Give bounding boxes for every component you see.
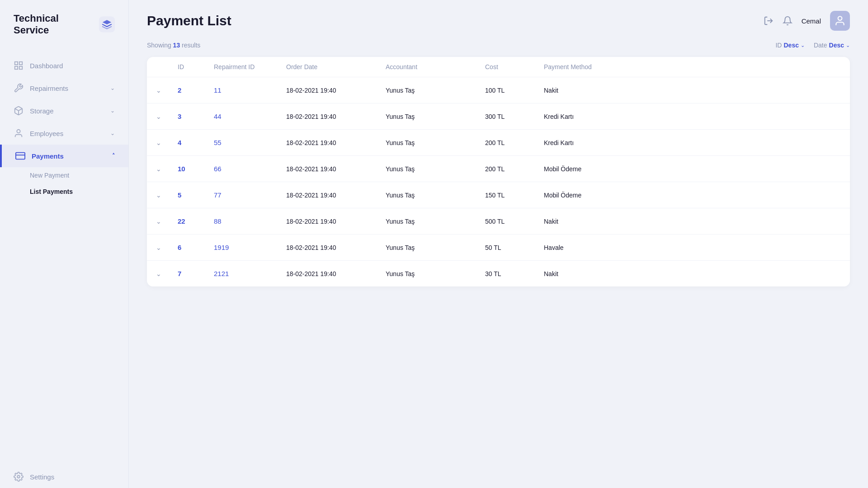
sort-controls: ID Desc ⌄ Date Desc ⌄ (775, 42, 850, 49)
row-order-date: 18-02-2021 19:40 (286, 165, 386, 173)
row-expand-chevron[interactable]: ⌄ (156, 192, 178, 199)
notifications-button[interactable] (783, 16, 793, 26)
row-repairment-id: 66 (214, 165, 286, 173)
svg-point-11 (838, 16, 842, 20)
row-expand-chevron[interactable]: ⌄ (156, 165, 178, 173)
tool-icon (14, 83, 24, 93)
row-expand-chevron[interactable]: ⌄ (156, 270, 178, 277)
table-body: ⌄ 2 11 18-02-2021 19:40 Yunus Taş 100 TL… (147, 77, 850, 286)
svg-rect-1 (15, 62, 18, 65)
col-cost: Cost (485, 63, 544, 70)
table-row: ⌄ 22 88 18-02-2021 19:40 Yunus Taş 500 T… (147, 208, 850, 235)
sub-item-list-payments[interactable]: List Payments (0, 183, 128, 200)
col-expand (156, 63, 178, 70)
sidebar-item-storage[interactable]: Storage ⌄ (0, 99, 128, 122)
table-row: ⌄ 10 66 18-02-2021 19:40 Yunus Taş 200 T… (147, 156, 850, 182)
row-accountant: Yunus Taş (386, 139, 485, 146)
row-accountant: Yunus Taş (386, 192, 485, 199)
row-order-date: 18-02-2021 19:40 (286, 139, 386, 146)
row-order-date: 18-02-2021 19:40 (286, 244, 386, 251)
row-repairment-id: 77 (214, 191, 286, 199)
row-repairment-id: 2121 (214, 270, 286, 277)
row-id[interactable]: 5 (178, 191, 214, 199)
id-sort-dir: Desc (783, 42, 798, 49)
row-accountant: Yunus Taş (386, 218, 485, 225)
sidebar-item-payments[interactable]: Payments ˄ (0, 145, 128, 167)
date-sort-chevron: ⌄ (846, 42, 850, 48)
id-sort-chevron: ⌄ (801, 42, 805, 48)
row-repairment-id: 1919 (214, 244, 286, 251)
box-icon (14, 106, 24, 116)
col-id: ID (178, 63, 214, 70)
row-expand-chevron[interactable]: ⌄ (156, 87, 178, 94)
row-payment-method: Mobil Ödeme (544, 192, 643, 199)
table-row: ⌄ 6 1919 18-02-2021 19:40 Yunus Taş 50 T… (147, 235, 850, 261)
row-id[interactable]: 4 (178, 139, 214, 146)
row-cost: 150 TL (485, 192, 544, 199)
row-accountant: Yunus Taş (386, 113, 485, 120)
credit-card-icon (15, 151, 25, 161)
row-order-date: 18-02-2021 19:40 (286, 270, 386, 277)
sidebar-item-employees[interactable]: Employees ⌄ (0, 122, 128, 145)
sub-item-new-payment[interactable]: New Payment (0, 167, 128, 183)
sidebar-item-employees-label: Employees (30, 130, 63, 137)
showing-label: Showing (147, 42, 171, 49)
sidebar-item-payments-label: Payments (32, 152, 64, 160)
results-bar: Showing 13 results ID Desc ⌄ Date Desc ⌄ (147, 42, 850, 49)
table-row: ⌄ 5 77 18-02-2021 19:40 Yunus Taş 150 TL… (147, 182, 850, 208)
row-expand-chevron[interactable]: ⌄ (156, 113, 178, 120)
row-repairment-id: 88 (214, 217, 286, 225)
row-payment-method: Nakit (544, 218, 643, 225)
row-expand-chevron[interactable]: ⌄ (156, 244, 178, 251)
row-order-date: 18-02-2021 19:40 (286, 113, 386, 120)
svg-point-9 (17, 475, 20, 478)
svg-rect-2 (19, 62, 22, 65)
row-id[interactable]: 7 (178, 270, 214, 277)
row-expand-chevron[interactable]: ⌄ (156, 139, 178, 146)
sidebar-item-repairments-label: Repairments (30, 84, 68, 92)
row-repairment-id: 55 (214, 139, 286, 146)
date-sort-label: Date (814, 42, 827, 49)
row-payment-method: Kredi Kartı (544, 139, 643, 146)
row-cost: 200 TL (485, 165, 544, 173)
user-name: Cemal (802, 17, 821, 25)
sidebar-item-settings[interactable]: Settings (0, 465, 128, 488)
user-icon (14, 128, 24, 138)
col-accountant: Accountant (386, 63, 485, 70)
row-id[interactable]: 3 (178, 113, 214, 120)
logout-button[interactable] (764, 16, 774, 26)
sidebar-item-dashboard[interactable]: Dashboard (0, 54, 128, 77)
row-cost: 30 TL (485, 270, 544, 277)
id-sort-label: ID (775, 42, 782, 49)
app-logo[interactable]: Technical Service (0, 0, 128, 54)
row-id[interactable]: 6 (178, 244, 214, 251)
sidebar-item-repairments[interactable]: Repairments ⌄ (0, 77, 128, 99)
row-cost: 500 TL (485, 218, 544, 225)
row-cost: 200 TL (485, 139, 544, 146)
repairments-chevron: ⌄ (110, 85, 115, 91)
row-order-date: 18-02-2021 19:40 (286, 87, 386, 94)
row-expand-chevron[interactable]: ⌄ (156, 218, 178, 225)
avatar[interactable] (830, 11, 850, 31)
svg-point-6 (17, 130, 20, 133)
sort-by-date[interactable]: Date Desc ⌄ (814, 42, 850, 49)
results-count-text: Showing 13 results (147, 42, 200, 49)
row-cost: 50 TL (485, 244, 544, 251)
page-title: Payment List (147, 13, 231, 28)
user-avatar-icon (834, 15, 846, 27)
svg-rect-3 (15, 66, 18, 69)
row-payment-method: Mobil Ödeme (544, 165, 643, 173)
grid-icon (14, 61, 24, 70)
sort-by-id[interactable]: ID Desc ⌄ (775, 42, 804, 49)
bell-icon (783, 16, 793, 26)
results-count: 13 (173, 42, 180, 49)
row-id[interactable]: 10 (178, 165, 214, 173)
row-order-date: 18-02-2021 19:40 (286, 192, 386, 199)
row-accountant: Yunus Taş (386, 165, 485, 173)
row-accountant: Yunus Taş (386, 270, 485, 277)
sidebar-item-dashboard-label: Dashboard (30, 62, 63, 70)
row-payment-method: Nakit (544, 87, 643, 94)
col-repairment-id: Repairment ID (214, 63, 286, 70)
row-id[interactable]: 2 (178, 86, 214, 94)
row-id[interactable]: 22 (178, 217, 214, 225)
